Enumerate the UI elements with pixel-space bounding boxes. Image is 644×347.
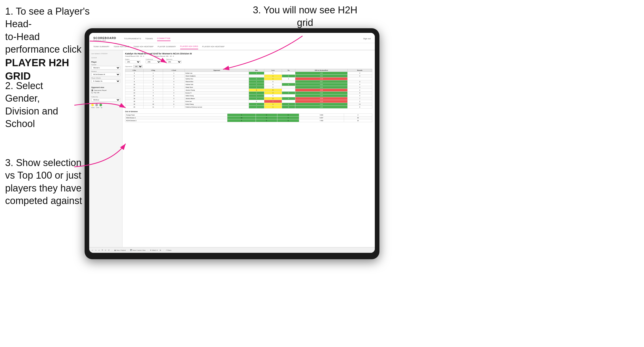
table-cell: 0 <box>249 89 264 92</box>
subnav-player-h2h-grid[interactable]: PLAYER H2H GRID <box>180 44 198 49</box>
ood-cell: 7.400 <box>299 119 344 122</box>
view-original-btn[interactable]: ▣ View: Original <box>114 249 126 251</box>
table-cell: 3.33 <box>295 86 348 89</box>
table-row: 1822Euna Lee01-5.002 <box>125 100 372 103</box>
table-cell: 0 <box>282 106 295 109</box>
table-cell: 0.30 <box>295 103 348 106</box>
table-cell: 1 <box>249 72 264 75</box>
refresh-btn[interactable]: ↺ <box>105 249 106 251</box>
radio-opponents-label: Opponents Played <box>94 90 106 91</box>
col-win: Win <box>249 69 264 72</box>
table-cell: 1 <box>264 103 282 106</box>
nav-committee[interactable]: COMMITTEE <box>157 36 171 41</box>
nav-right: Sign out <box>363 37 371 40</box>
col-diff: Diff Av Strokes/Rnd <box>295 69 348 72</box>
copy-btn[interactable]: ⧉ <box>102 249 103 251</box>
table-cell: 1 <box>163 89 185 92</box>
gender-label: Gender <box>91 64 120 65</box>
opponent-select[interactable]: (All) <box>166 60 182 63</box>
table-cell: Euna Lee <box>185 100 249 103</box>
logo: SCOREBOARD Powered by clippd <box>93 36 116 41</box>
table-cell: 4.00 <box>295 75 348 78</box>
table-cell: Esther Lee <box>185 72 249 75</box>
subnav-player-h2h-heatmap[interactable]: PLAYER H2H HEATMAP <box>202 44 225 49</box>
grid-btn[interactable]: ⊞ <box>160 249 161 251</box>
nav-items: TOURNAMENTS TEAMS COMMITTEE <box>124 36 358 41</box>
sign-out-link[interactable]: Sign out <box>363 37 371 40</box>
table-cell <box>282 94 295 97</box>
division-record: Division Record: 331 - 34 - 6 <box>154 55 174 57</box>
grid-records: Overall Record: 353 - 34 - 6 Division Re… <box>125 55 372 57</box>
table-cell: 2 <box>264 92 282 94</box>
subnav-team-summary[interactable]: TEAM SUMMARY <box>93 44 109 49</box>
table-cell: 0.38 <box>295 92 348 94</box>
table-cell: 0 <box>264 86 282 89</box>
col-tie: Tie <box>282 69 295 72</box>
table-cell: Sharon Mun <box>185 80 249 83</box>
gender-select[interactable]: Women's <box>91 66 120 70</box>
region-select[interactable]: (All) <box>125 60 140 63</box>
table-cell: 2 <box>143 75 163 78</box>
h2h-table: # Div # Reg # Conf Opponent Win Loss Tie… <box>125 69 372 109</box>
nav-tournaments[interactable]: TOURNAMENTS <box>124 36 141 41</box>
watch-btn[interactable]: 👁 Watch▾ <box>150 249 158 251</box>
table-row: 1474Eunice Yi2200.389 <box>125 92 372 94</box>
table-cell: 0 <box>282 97 295 100</box>
main-content: Last Updated: 27/03/2024 16:55:38 Player… <box>89 50 375 247</box>
division-label: Division <box>91 71 120 72</box>
player-rank-select[interactable]: 8. Katelyn Vo <box>91 79 120 83</box>
conference-select[interactable]: (All) <box>146 60 161 63</box>
instruction-3-bottom: 3. Show selection vs Top 100 or just pla… <box>5 157 82 207</box>
redo-btn[interactable]: ↪ <box>95 249 96 251</box>
table-cell: 4 <box>163 80 185 83</box>
ood-cell: NAIA Division 1 <box>125 117 227 119</box>
table-cell: 0 <box>282 92 295 94</box>
share-icon: ↗ <box>166 249 167 251</box>
table-cell: 19 <box>125 103 144 106</box>
table-row: 633Sydney Kuo011-1.00 <box>125 78 372 80</box>
colour-down-dot <box>91 104 94 106</box>
table-cell: 20 <box>125 106 144 109</box>
division-select[interactable]: NCAA Division III <box>91 73 120 76</box>
overall-record: Overall Record: 353 - 34 - 6 <box>125 55 144 57</box>
ood-cell: 0 <box>277 114 299 117</box>
col-conf: # Conf <box>163 69 185 72</box>
subnav-team-h2h-grid[interactable]: TEAM H2H GRID <box>114 44 129 49</box>
colour-dots <box>91 104 120 106</box>
table-cell: -5.00 <box>295 100 348 103</box>
filter-row: Region (All) Conference (All) <box>125 59 372 63</box>
table-cell: 1 <box>249 94 264 97</box>
save-custom-btn[interactable]: 💾 Save Custom View <box>130 249 146 251</box>
col-div: # Div <box>125 69 144 72</box>
nav-teams[interactable]: TEAMS <box>145 36 153 41</box>
table-cell: 1 <box>143 72 163 75</box>
col-opponent: Opponent <box>185 69 249 72</box>
table-cell: 0 <box>264 80 282 83</box>
subnav-team-h2h-heatmap[interactable]: TEAM H2H HEATMAP <box>133 44 154 49</box>
radio-top100[interactable]: Top 100 <box>91 92 120 93</box>
colour-up-dot <box>99 104 102 106</box>
colour-labels: Down Level Up <box>91 107 120 108</box>
undo-btn[interactable]: ↩ <box>92 249 93 251</box>
table-cell: 1 <box>264 100 282 103</box>
share-btn[interactable]: ↗ Share <box>166 249 172 251</box>
colour-level-dot <box>95 104 98 106</box>
separator-4: | <box>163 249 164 251</box>
colour-select[interactable]: Win/loss <box>91 98 120 102</box>
subnav-player-summary[interactable]: PLAYER SUMMARY <box>158 44 176 49</box>
ood-cell: 0 <box>256 119 277 122</box>
table-cell: 3 <box>347 80 372 83</box>
radio-opponents-played[interactable]: Opponents Played <box>91 89 120 91</box>
table-cell: 0 <box>264 94 282 97</box>
filter-conference: Conference (All) <box>146 59 161 63</box>
clock-btn[interactable]: ⏱ <box>108 249 110 251</box>
undo2-btn[interactable]: ↩ <box>98 249 100 251</box>
table-cell: 11 <box>143 106 163 109</box>
opponents-select[interactable]: (All) <box>133 65 143 68</box>
table-row: 522Alexis Sudjianto104.003 <box>125 75 372 78</box>
table-cell: 3 <box>163 97 185 100</box>
separator-3: | <box>148 249 148 251</box>
time: 16:55:38 <box>91 57 120 59</box>
bottom-toolbar: ↩ ↪ ↩ ⧉ ↺ ⏱ | ▣ View: Original | 💾 Save … <box>89 247 375 253</box>
table-cell: Andrea York <box>185 83 249 86</box>
